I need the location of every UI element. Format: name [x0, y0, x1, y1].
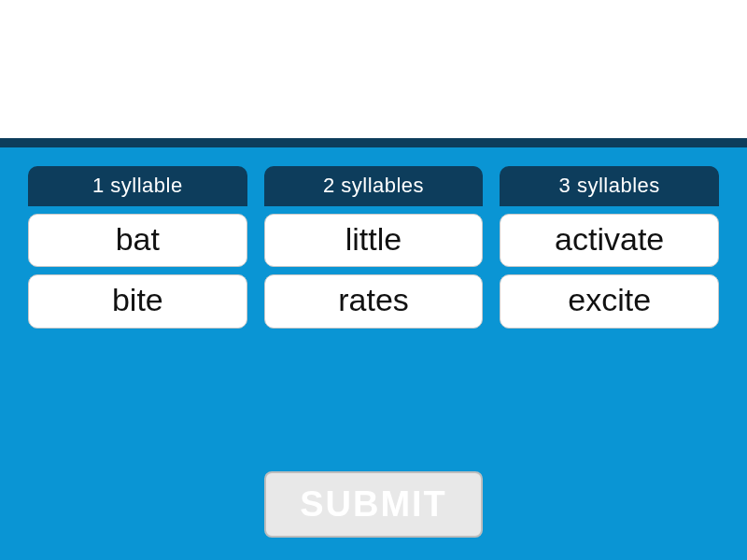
word-card[interactable]: bat	[28, 214, 247, 267]
column-2-syllables[interactable]: 2 syllables little rates	[264, 166, 484, 329]
stage: 1 syllable bat bite 2 syllables little r…	[0, 0, 747, 560]
submit-button[interactable]: SUBMIT	[264, 471, 483, 538]
word-card[interactable]: rates	[264, 274, 484, 328]
column-header: 1 syllable	[28, 166, 247, 206]
word-card[interactable]: activate	[500, 214, 719, 267]
submit-area: SUBMIT	[28, 471, 719, 543]
word-card[interactable]: bite	[28, 274, 247, 328]
divider-bar	[0, 138, 747, 147]
word-card[interactable]: little	[264, 214, 484, 267]
column-header: 2 syllables	[264, 166, 484, 206]
column-3-syllables[interactable]: 3 syllables activate excite	[500, 166, 719, 329]
word-card[interactable]: excite	[500, 274, 719, 328]
column-1-syllable[interactable]: 1 syllable bat bite	[28, 166, 247, 329]
game-board: 1 syllable bat bite 2 syllables little r…	[0, 147, 747, 560]
spacer	[28, 329, 719, 471]
top-blank-area	[0, 0, 747, 138]
column-header: 3 syllables	[500, 166, 719, 206]
columns-container: 1 syllable bat bite 2 syllables little r…	[28, 166, 719, 329]
